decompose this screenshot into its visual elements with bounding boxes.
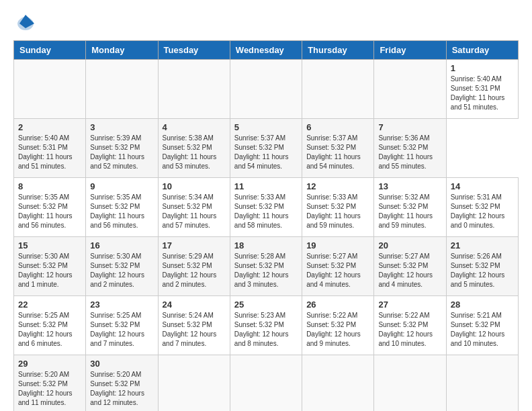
day-number: 6: [306, 122, 369, 132]
calendar-cell: [302, 60, 374, 119]
day-number: 28: [451, 300, 514, 310]
calendar-cell: 28Sunrise: 5:21 AMSunset: 5:32 PMDayligh…: [446, 296, 518, 355]
day-info: Sunrise: 5:39 AMSunset: 5:32 PMDaylight:…: [90, 134, 153, 171]
day-info: Sunrise: 5:32 AMSunset: 5:32 PMDaylight:…: [378, 193, 441, 230]
day-number: 18: [234, 240, 298, 250]
calendar-week-6: 29Sunrise: 5:20 AMSunset: 5:32 PMDayligh…: [14, 355, 519, 412]
day-info: Sunrise: 5:23 AMSunset: 5:32 PMDaylight:…: [234, 311, 298, 349]
calendar-cell: [446, 355, 518, 412]
calendar-cell: 25Sunrise: 5:23 AMSunset: 5:32 PMDayligh…: [230, 296, 302, 355]
header-thursday: Thursday: [302, 41, 374, 60]
calendar-cell: 8Sunrise: 5:35 AMSunset: 5:32 PMDaylight…: [14, 178, 86, 237]
day-number: 30: [90, 359, 153, 369]
calendar-cell: 2Sunrise: 5:40 AMSunset: 5:31 PMDaylight…: [14, 119, 86, 178]
day-info: Sunrise: 5:29 AMSunset: 5:32 PMDaylight:…: [163, 252, 226, 289]
calendar-cell: 24Sunrise: 5:24 AMSunset: 5:32 PMDayligh…: [158, 296, 230, 355]
day-info: Sunrise: 5:27 AMSunset: 5:32 PMDaylight:…: [306, 252, 369, 289]
day-info: Sunrise: 5:30 AMSunset: 5:32 PMDaylight:…: [90, 252, 153, 289]
day-info: Sunrise: 5:27 AMSunset: 5:32 PMDaylight:…: [378, 252, 441, 289]
day-info: Sunrise: 5:28 AMSunset: 5:32 PMDaylight:…: [234, 252, 298, 289]
calendar-cell: 30Sunrise: 5:20 AMSunset: 5:32 PMDayligh…: [86, 355, 158, 412]
day-number: 1: [451, 63, 514, 73]
day-info: Sunrise: 5:31 AMSunset: 5:32 PMDaylight:…: [451, 193, 514, 230]
day-info: Sunrise: 5:25 AMSunset: 5:32 PMDaylight:…: [90, 311, 153, 349]
day-number: 24: [163, 300, 226, 310]
day-number: 17: [163, 240, 226, 250]
calendar-cell: 12Sunrise: 5:33 AMSunset: 5:32 PMDayligh…: [302, 178, 374, 237]
calendar-cell: [230, 60, 302, 119]
header-saturday: Saturday: [446, 41, 518, 60]
day-number: 13: [378, 181, 441, 191]
day-number: 2: [18, 122, 81, 132]
day-number: 3: [90, 122, 153, 132]
logo-icon: [15, 13, 36, 34]
calendar-cell: [158, 355, 230, 412]
calendar-cell: 6Sunrise: 5:37 AMSunset: 5:32 PMDaylight…: [302, 119, 374, 178]
header-friday: Friday: [374, 41, 446, 60]
calendar-week-2: 2Sunrise: 5:40 AMSunset: 5:31 PMDaylight…: [14, 119, 519, 178]
calendar-cell: 10Sunrise: 5:34 AMSunset: 5:32 PMDayligh…: [158, 178, 230, 237]
calendar-cell: 16Sunrise: 5:30 AMSunset: 5:32 PMDayligh…: [86, 237, 158, 296]
day-number: 21: [451, 240, 514, 250]
calendar-cell: 13Sunrise: 5:32 AMSunset: 5:32 PMDayligh…: [374, 178, 446, 237]
header-monday: Monday: [86, 41, 158, 60]
calendar-header-row: SundayMondayTuesdayWednesdayThursdayFrid…: [14, 41, 519, 60]
calendar-cell: 17Sunrise: 5:29 AMSunset: 5:32 PMDayligh…: [158, 237, 230, 296]
day-number: 10: [163, 181, 226, 191]
calendar-cell: [158, 60, 230, 119]
day-info: Sunrise: 5:34 AMSunset: 5:32 PMDaylight:…: [163, 193, 226, 230]
day-number: 22: [18, 300, 81, 310]
day-info: Sunrise: 5:35 AMSunset: 5:32 PMDaylight:…: [18, 193, 81, 230]
day-info: Sunrise: 5:33 AMSunset: 5:32 PMDaylight:…: [234, 193, 298, 230]
day-number: 19: [306, 240, 369, 250]
day-info: Sunrise: 5:26 AMSunset: 5:32 PMDaylight:…: [451, 252, 514, 289]
calendar-cell: 19Sunrise: 5:27 AMSunset: 5:32 PMDayligh…: [302, 237, 374, 296]
page-header: [13, 13, 519, 34]
calendar-cell: [374, 355, 446, 412]
calendar-week-3: 8Sunrise: 5:35 AMSunset: 5:32 PMDaylight…: [14, 178, 519, 237]
calendar-cell: 18Sunrise: 5:28 AMSunset: 5:32 PMDayligh…: [230, 237, 302, 296]
calendar-cell: [302, 355, 374, 412]
day-number: 5: [234, 122, 298, 132]
day-info: Sunrise: 5:40 AMSunset: 5:31 PMDaylight:…: [18, 134, 81, 171]
calendar-cell: 22Sunrise: 5:25 AMSunset: 5:32 PMDayligh…: [14, 296, 86, 355]
calendar-cell: 7Sunrise: 5:36 AMSunset: 5:32 PMDaylight…: [374, 119, 446, 178]
day-number: 27: [378, 300, 441, 310]
day-info: Sunrise: 5:33 AMSunset: 5:32 PMDaylight:…: [306, 193, 369, 230]
day-info: Sunrise: 5:37 AMSunset: 5:32 PMDaylight:…: [234, 134, 298, 171]
calendar-week-1: 1Sunrise: 5:40 AMSunset: 5:31 PMDaylight…: [14, 60, 519, 119]
calendar-cell: 4Sunrise: 5:38 AMSunset: 5:32 PMDaylight…: [158, 119, 230, 178]
calendar-cell: [14, 60, 86, 119]
day-info: Sunrise: 5:36 AMSunset: 5:32 PMDaylight:…: [378, 134, 441, 171]
day-number: 4: [163, 122, 226, 132]
day-number: 7: [378, 122, 441, 132]
day-number: 8: [18, 181, 81, 191]
calendar-week-4: 15Sunrise: 5:30 AMSunset: 5:32 PMDayligh…: [14, 237, 519, 296]
day-info: Sunrise: 5:38 AMSunset: 5:32 PMDaylight:…: [163, 134, 226, 171]
calendar-table: SundayMondayTuesdayWednesdayThursdayFrid…: [13, 40, 519, 411]
day-info: Sunrise: 5:20 AMSunset: 5:32 PMDaylight:…: [90, 370, 153, 408]
day-number: 12: [306, 181, 369, 191]
day-info: Sunrise: 5:37 AMSunset: 5:32 PMDaylight:…: [306, 134, 369, 171]
calendar-cell: [86, 60, 158, 119]
calendar-cell: 9Sunrise: 5:35 AMSunset: 5:32 PMDaylight…: [86, 178, 158, 237]
day-info: Sunrise: 5:40 AMSunset: 5:31 PMDaylight:…: [451, 75, 514, 112]
day-info: Sunrise: 5:24 AMSunset: 5:32 PMDaylight:…: [163, 311, 226, 349]
calendar-cell: 21Sunrise: 5:26 AMSunset: 5:32 PMDayligh…: [446, 237, 518, 296]
day-number: 14: [451, 181, 514, 191]
calendar-cell: 11Sunrise: 5:33 AMSunset: 5:32 PMDayligh…: [230, 178, 302, 237]
calendar-cell: [230, 355, 302, 412]
day-info: Sunrise: 5:35 AMSunset: 5:32 PMDaylight:…: [90, 193, 153, 230]
day-number: 25: [234, 300, 298, 310]
day-info: Sunrise: 5:22 AMSunset: 5:32 PMDaylight:…: [306, 311, 369, 349]
header-sunday: Sunday: [14, 41, 86, 60]
calendar-cell: [374, 60, 446, 119]
day-number: 15: [18, 240, 81, 250]
header-wednesday: Wednesday: [230, 41, 302, 60]
calendar-cell: 1Sunrise: 5:40 AMSunset: 5:31 PMDaylight…: [446, 60, 518, 119]
day-info: Sunrise: 5:25 AMSunset: 5:32 PMDaylight:…: [18, 311, 81, 349]
calendar-cell: 15Sunrise: 5:30 AMSunset: 5:32 PMDayligh…: [14, 237, 86, 296]
calendar-cell: 26Sunrise: 5:22 AMSunset: 5:32 PMDayligh…: [302, 296, 374, 355]
calendar-cell: 14Sunrise: 5:31 AMSunset: 5:32 PMDayligh…: [446, 178, 518, 237]
calendar-cell: 23Sunrise: 5:25 AMSunset: 5:32 PMDayligh…: [86, 296, 158, 355]
